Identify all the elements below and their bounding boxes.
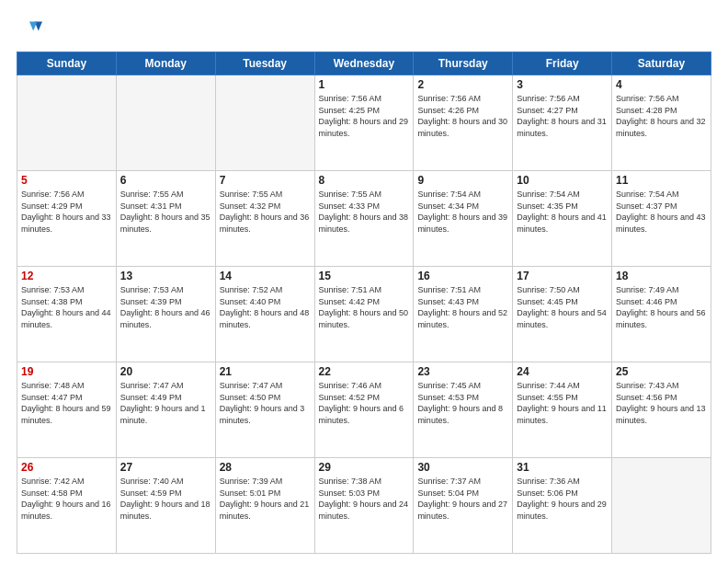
logo xyxy=(17,17,46,42)
calendar-cell: 20Sunrise: 7:47 AM Sunset: 4:49 PM Dayli… xyxy=(116,362,215,458)
day-number: 30 xyxy=(417,461,508,474)
calendar-cell: 26Sunrise: 7:42 AM Sunset: 4:58 PM Dayli… xyxy=(17,458,117,554)
calendar-cell: 19Sunrise: 7:48 AM Sunset: 4:47 PM Dayli… xyxy=(17,362,117,458)
day-number: 17 xyxy=(517,270,608,282)
calendar-cell xyxy=(17,75,117,171)
day-number: 19 xyxy=(21,365,112,378)
day-info: Sunrise: 7:56 AM Sunset: 4:29 PM Dayligh… xyxy=(21,189,112,235)
calendar: SundayMondayTuesdayWednesdayThursdayFrid… xyxy=(17,52,711,554)
weekday-header-thursday: Thursday xyxy=(414,52,513,75)
calendar-cell: 10Sunrise: 7:54 AM Sunset: 4:35 PM Dayli… xyxy=(513,171,612,267)
day-number: 2 xyxy=(417,78,508,91)
day-info: Sunrise: 7:53 AM Sunset: 4:38 PM Dayligh… xyxy=(21,284,112,330)
day-number: 10 xyxy=(517,174,608,187)
day-info: Sunrise: 7:47 AM Sunset: 4:49 PM Dayligh… xyxy=(120,380,211,426)
day-number: 11 xyxy=(616,174,707,187)
day-info: Sunrise: 7:53 AM Sunset: 4:39 PM Dayligh… xyxy=(120,284,211,330)
day-number: 1 xyxy=(319,78,410,91)
day-number: 4 xyxy=(616,78,707,91)
day-info: Sunrise: 7:54 AM Sunset: 4:34 PM Dayligh… xyxy=(417,189,508,235)
calendar-cell: 5Sunrise: 7:56 AM Sunset: 4:29 PM Daylig… xyxy=(17,171,117,267)
weekday-header-wednesday: Wednesday xyxy=(314,52,414,75)
day-number: 20 xyxy=(120,365,211,378)
calendar-cell xyxy=(215,75,314,171)
day-info: Sunrise: 7:54 AM Sunset: 4:35 PM Dayligh… xyxy=(517,189,608,235)
day-number: 23 xyxy=(417,365,508,378)
calendar-cell: 9Sunrise: 7:54 AM Sunset: 4:34 PM Daylig… xyxy=(414,171,513,267)
day-number: 8 xyxy=(319,174,410,187)
logo-icon xyxy=(17,17,42,42)
day-info: Sunrise: 7:42 AM Sunset: 4:58 PM Dayligh… xyxy=(21,476,112,522)
svg-marker-1 xyxy=(29,22,37,31)
day-number: 6 xyxy=(120,174,211,187)
calendar-cell: 3Sunrise: 7:56 AM Sunset: 4:27 PM Daylig… xyxy=(513,75,612,171)
weekday-header-friday: Friday xyxy=(513,52,612,75)
day-info: Sunrise: 7:55 AM Sunset: 4:32 PM Dayligh… xyxy=(220,189,311,235)
day-info: Sunrise: 7:37 AM Sunset: 5:04 PM Dayligh… xyxy=(417,476,508,522)
day-number: 24 xyxy=(517,365,608,378)
day-info: Sunrise: 7:47 AM Sunset: 4:50 PM Dayligh… xyxy=(220,380,311,426)
weekday-header-monday: Monday xyxy=(116,52,215,75)
day-number: 21 xyxy=(220,365,311,378)
day-info: Sunrise: 7:45 AM Sunset: 4:53 PM Dayligh… xyxy=(417,380,508,426)
calendar-cell: 1Sunrise: 7:56 AM Sunset: 4:25 PM Daylig… xyxy=(314,75,414,171)
calendar-cell: 11Sunrise: 7:54 AM Sunset: 4:37 PM Dayli… xyxy=(612,171,711,267)
day-number: 3 xyxy=(517,78,608,91)
weekday-header-row: SundayMondayTuesdayWednesdayThursdayFrid… xyxy=(17,52,711,75)
calendar-cell: 28Sunrise: 7:39 AM Sunset: 5:01 PM Dayli… xyxy=(215,458,314,554)
day-number: 7 xyxy=(220,174,311,187)
calendar-cell: 4Sunrise: 7:56 AM Sunset: 4:28 PM Daylig… xyxy=(612,75,711,171)
day-info: Sunrise: 7:52 AM Sunset: 4:40 PM Dayligh… xyxy=(220,284,311,330)
day-number: 26 xyxy=(21,461,112,474)
day-info: Sunrise: 7:39 AM Sunset: 5:01 PM Dayligh… xyxy=(220,476,311,522)
day-number: 15 xyxy=(319,270,410,282)
week-row-2: 5Sunrise: 7:56 AM Sunset: 4:29 PM Daylig… xyxy=(17,171,711,267)
day-info: Sunrise: 7:49 AM Sunset: 4:46 PM Dayligh… xyxy=(616,284,707,330)
calendar-cell xyxy=(116,75,215,171)
day-info: Sunrise: 7:44 AM Sunset: 4:55 PM Dayligh… xyxy=(517,380,608,426)
calendar-cell: 6Sunrise: 7:55 AM Sunset: 4:31 PM Daylig… xyxy=(116,171,215,267)
day-number: 12 xyxy=(21,270,112,282)
weekday-header-tuesday: Tuesday xyxy=(215,52,314,75)
day-number: 18 xyxy=(616,270,707,282)
day-info: Sunrise: 7:40 AM Sunset: 4:59 PM Dayligh… xyxy=(120,476,211,522)
day-info: Sunrise: 7:51 AM Sunset: 4:42 PM Dayligh… xyxy=(319,284,410,330)
day-number: 13 xyxy=(120,270,211,282)
day-info: Sunrise: 7:55 AM Sunset: 4:31 PM Dayligh… xyxy=(120,189,211,235)
day-info: Sunrise: 7:54 AM Sunset: 4:37 PM Dayligh… xyxy=(616,189,707,235)
calendar-cell: 27Sunrise: 7:40 AM Sunset: 4:59 PM Dayli… xyxy=(116,458,215,554)
calendar-cell: 14Sunrise: 7:52 AM Sunset: 4:40 PM Dayli… xyxy=(215,267,314,362)
day-info: Sunrise: 7:56 AM Sunset: 4:28 PM Dayligh… xyxy=(616,93,707,139)
day-info: Sunrise: 7:38 AM Sunset: 5:03 PM Dayligh… xyxy=(319,476,410,522)
day-info: Sunrise: 7:56 AM Sunset: 4:25 PM Dayligh… xyxy=(319,93,410,139)
day-number: 27 xyxy=(120,461,211,474)
calendar-cell: 24Sunrise: 7:44 AM Sunset: 4:55 PM Dayli… xyxy=(513,362,612,458)
day-info: Sunrise: 7:50 AM Sunset: 4:45 PM Dayligh… xyxy=(517,284,608,330)
calendar-cell: 2Sunrise: 7:56 AM Sunset: 4:26 PM Daylig… xyxy=(414,75,513,171)
calendar-cell: 15Sunrise: 7:51 AM Sunset: 4:42 PM Dayli… xyxy=(314,267,414,362)
calendar-cell: 30Sunrise: 7:37 AM Sunset: 5:04 PM Dayli… xyxy=(414,458,513,554)
calendar-cell: 25Sunrise: 7:43 AM Sunset: 4:56 PM Dayli… xyxy=(612,362,711,458)
day-number: 16 xyxy=(417,270,508,282)
week-row-5: 26Sunrise: 7:42 AM Sunset: 4:58 PM Dayli… xyxy=(17,458,711,554)
day-number: 31 xyxy=(517,461,608,474)
week-row-1: 1Sunrise: 7:56 AM Sunset: 4:25 PM Daylig… xyxy=(17,75,711,171)
calendar-cell: 29Sunrise: 7:38 AM Sunset: 5:03 PM Dayli… xyxy=(314,458,414,554)
day-info: Sunrise: 7:56 AM Sunset: 4:26 PM Dayligh… xyxy=(417,93,508,139)
weekday-header-saturday: Saturday xyxy=(612,52,711,75)
day-info: Sunrise: 7:56 AM Sunset: 4:27 PM Dayligh… xyxy=(517,93,608,139)
calendar-cell: 17Sunrise: 7:50 AM Sunset: 4:45 PM Dayli… xyxy=(513,267,612,362)
header xyxy=(17,17,711,42)
day-info: Sunrise: 7:36 AM Sunset: 5:06 PM Dayligh… xyxy=(517,476,608,522)
calendar-cell: 13Sunrise: 7:53 AM Sunset: 4:39 PM Dayli… xyxy=(116,267,215,362)
calendar-cell: 18Sunrise: 7:49 AM Sunset: 4:46 PM Dayli… xyxy=(612,267,711,362)
day-info: Sunrise: 7:48 AM Sunset: 4:47 PM Dayligh… xyxy=(21,380,112,426)
day-number: 22 xyxy=(319,365,410,378)
day-info: Sunrise: 7:43 AM Sunset: 4:56 PM Dayligh… xyxy=(616,380,707,426)
day-number: 28 xyxy=(220,461,311,474)
weekday-header-sunday: Sunday xyxy=(17,52,117,75)
day-number: 14 xyxy=(220,270,311,282)
calendar-cell: 22Sunrise: 7:46 AM Sunset: 4:52 PM Dayli… xyxy=(314,362,414,458)
calendar-cell xyxy=(612,458,711,554)
calendar-cell: 31Sunrise: 7:36 AM Sunset: 5:06 PM Dayli… xyxy=(513,458,612,554)
